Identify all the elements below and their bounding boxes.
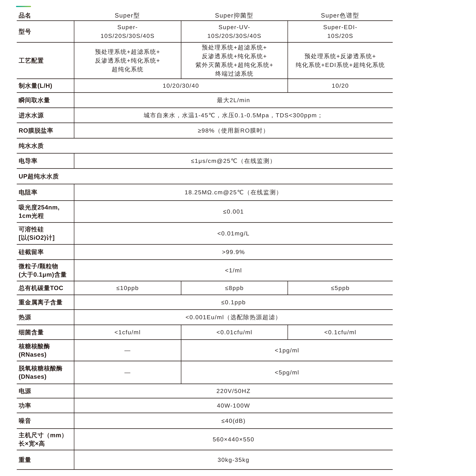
table-row: 制水量(L/H)10/20/30/4010/20 (17, 79, 393, 93)
row-label: 电导率 (17, 153, 74, 168)
cell-value: Super-UV-10S/20S/30S/40S (181, 21, 288, 42)
table-row: 纯水水质 (17, 138, 393, 153)
row-label: 吸光度254nm,1cm光程 (17, 201, 74, 222)
cell-value: ≤0.1ppb (74, 295, 393, 309)
row-label: RO膜脱盐率 (17, 123, 74, 138)
table-row: UP超纯水水质 (17, 169, 393, 184)
brand-accent-dash (16, 6, 31, 7)
cell-value: ≥98%（使用新RO膜时） (74, 123, 393, 138)
table-row: 电源220V/50HZ (17, 384, 393, 398)
row-label: 重金属离子含量 (17, 295, 74, 309)
table-row: 电阻率18.25MΩ.cm@25℃（在线监测） (17, 184, 393, 201)
column-header: Super抑菌型 (181, 11, 288, 20)
cell-value: <1cfu/ml (74, 325, 181, 339)
table-row: 工艺配置预处理系统+超滤系统+反渗透系统+纯化系统+超纯化系统预处理系统+超滤系… (17, 43, 393, 79)
cell-value: 40W-100W (74, 398, 393, 413)
row-label: 脱氧核糖核酸酶(DNases) (17, 361, 74, 384)
column-header: Super色谱型 (288, 11, 393, 20)
table-row: 瞬间取水量最大2L/min (17, 93, 393, 108)
cell-value: <1/ml (74, 260, 393, 281)
row-label: 品名 (17, 11, 74, 20)
cell-value: 预处理系统+超滤系统+反渗透系统+纯化系统+紫外灭菌系统+超纯化系统+终端过滤系… (181, 43, 288, 78)
table-row: 电导率≤1μs/cm@25℃（在线监测） (17, 153, 393, 169)
cell-value: Super-10S/20S/30S/40S (74, 21, 181, 42)
table-row: 微粒子/颗粒物(大于0.1μm)含量<1/ml (17, 260, 393, 281)
table-row: 功率40W-100W (17, 398, 393, 413)
cell-value: ≤8ppb (181, 281, 288, 295)
cell-value: <5pg/ml (181, 361, 393, 384)
cell-value: ≤10ppb (74, 281, 181, 295)
cell-value: ≤1μs/cm@25℃（在线监测） (74, 153, 393, 168)
row-label: 电源 (17, 384, 74, 398)
table-row: 硅截留率>99.9% (17, 245, 393, 260)
cell-value: >99.9% (74, 245, 393, 259)
table-row: 可溶性硅[以(SiO2)计]<0.01mg/L (17, 223, 393, 245)
table-row: 吸光度254nm,1cm光程≤0.001 (17, 201, 393, 223)
cell-value: 预处理系统+超滤系统+反渗透系统+纯化系统+超纯化系统 (74, 43, 181, 78)
cell-value: — (74, 340, 181, 361)
row-label: 总有机碳量TOC (17, 281, 74, 295)
cell-value: — (74, 361, 181, 384)
row-label: 电阻率 (17, 184, 74, 200)
row-label: 功率 (17, 398, 74, 413)
cell-value: Super-EDI-10S/20S (288, 21, 393, 42)
table-row: 总有机碳量TOC≤10ppb≤8ppb≤5ppb (17, 281, 393, 295)
row-label: 型号 (17, 21, 74, 42)
row-label: UP超纯水水质 (17, 169, 393, 184)
cell-value: <0.1cfu/ml (288, 325, 393, 339)
cell-value: 560×440×550 (74, 429, 393, 450)
cell-value: 最大2L/min (74, 93, 393, 107)
cell-value: 10/20/30/40 (74, 79, 288, 92)
cell-value: 220V/50HZ (74, 384, 393, 398)
table-row: 主机尺寸（mm）长×宽×高560×440×550 (17, 429, 393, 450)
row-label: 进水水源 (17, 108, 74, 122)
table-row: 热源<0.001Eu/ml（选配除热源超滤） (17, 310, 393, 325)
row-label: 主机尺寸（mm）长×宽×高 (17, 429, 74, 450)
row-label: 瞬间取水量 (17, 93, 74, 107)
table-row: 进水水源城市自来水，水温1-45℃，水压0.1-0.5Mpa，TDS<300pp… (17, 108, 393, 123)
row-label: 核糖核酸酶(RNases) (17, 340, 74, 361)
table-row: 脱氧核糖核酸酶(DNases)—<5pg/ml (17, 361, 393, 384)
cell-value: ≤0.001 (74, 201, 393, 222)
cell-value: 城市自来水，水温1-45℃，水压0.1-0.5Mpa，TDS<300ppm； (74, 108, 393, 122)
table-row: 噪音≤40(dB) (17, 413, 393, 429)
table-row: 型号Super-10S/20S/30S/40SSuper-UV-10S/20S/… (17, 21, 393, 43)
row-label: 工艺配置 (17, 43, 74, 78)
cell-value: 预处理系统+反渗透系统+纯化系统+EDI系统+超纯化系统 (288, 43, 393, 78)
table-header-row: 品名Super型Super抑菌型Super色谱型 (17, 11, 393, 21)
cell-value: <0.01cfu/ml (181, 325, 288, 339)
table-row: 重金属离子含量≤0.1ppb (17, 295, 393, 310)
cell-value: <0.001Eu/ml（选配除热源超滤） (74, 310, 393, 324)
cell-value: ≤5ppb (288, 281, 393, 295)
row-label: 硅截留率 (17, 245, 74, 259)
table-row: 细菌含量<1cfu/ml<0.01cfu/ml<0.1cfu/ml (17, 325, 393, 340)
row-label: 热源 (17, 310, 74, 324)
table-row: 核糖核酸酶(RNases)—<1pg/ml (17, 340, 393, 361)
table-row: 重量30kg-35kg (17, 450, 393, 470)
column-header: Super型 (74, 11, 181, 20)
row-label: 细菌含量 (17, 325, 74, 339)
table-row: RO膜脱盐率≥98%（使用新RO膜时） (17, 123, 393, 138)
cell-value: ≤40(dB) (74, 413, 393, 428)
cell-value: 30kg-35kg (74, 450, 393, 469)
row-label: 重量 (17, 450, 74, 469)
spec-table: 品名Super型Super抑菌型Super色谱型型号Super-10S/20S/… (17, 11, 393, 470)
cell-value: 10/20 (288, 79, 393, 92)
cell-value: <1pg/ml (181, 340, 393, 361)
row-label: 纯水水质 (17, 138, 393, 153)
cell-value: <0.01mg/L (74, 223, 393, 244)
row-label: 制水量(L/H) (17, 79, 74, 92)
row-label: 可溶性硅[以(SiO2)计] (17, 223, 74, 244)
row-label: 噪音 (17, 413, 74, 428)
row-label: 微粒子/颗粒物(大于0.1μm)含量 (17, 260, 74, 281)
cell-value: 18.25MΩ.cm@25℃（在线监测） (74, 184, 393, 200)
